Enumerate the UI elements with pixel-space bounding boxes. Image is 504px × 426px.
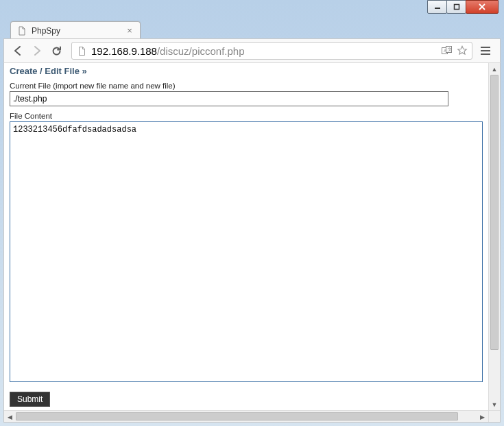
submit-button[interactable]: Submit <box>10 392 50 407</box>
maximize-button[interactable] <box>446 0 466 14</box>
scrollbar-corner <box>488 410 500 422</box>
scroll-up-arrow-icon[interactable]: ▲ <box>489 63 500 75</box>
page-icon <box>76 45 87 56</box>
current-file-label: Current File (import new file name and n… <box>10 82 483 90</box>
horizontal-scroll-track[interactable] <box>16 411 477 422</box>
tab-close-icon[interactable]: × <box>125 26 134 36</box>
file-content-label: File Content <box>10 112 483 120</box>
url-host: 192.168.9.188 <box>91 45 157 57</box>
menu-button[interactable] <box>475 41 496 60</box>
translate-icon[interactable]: A文 <box>442 46 453 56</box>
url-path: /discuz/picconf.php <box>157 45 245 57</box>
scroll-down-arrow-icon[interactable]: ▼ <box>489 399 500 410</box>
svg-text:文: 文 <box>448 47 452 51</box>
vertical-scroll-thumb[interactable] <box>490 75 499 350</box>
vertical-scroll-track[interactable] <box>489 75 500 399</box>
minimize-button[interactable] <box>427 0 447 14</box>
scroll-left-arrow-icon[interactable]: ◀ <box>4 411 16 423</box>
current-file-input[interactable] <box>10 91 448 106</box>
window-controls <box>428 0 499 14</box>
file-icon <box>16 25 27 36</box>
svg-rect-1 <box>454 5 459 10</box>
reload-button[interactable] <box>47 41 66 60</box>
bookmark-star-icon[interactable] <box>457 45 468 56</box>
address-bar[interactable]: 192.168.9.188/discuz/picconf.php A文 <box>71 42 472 60</box>
horizontal-scrollbar[interactable]: ◀ ▶ <box>4 410 488 422</box>
viewport: Create / Edit File » Current File (impor… <box>3 63 501 423</box>
tab-strip: PhpSpy × <box>0 19 504 39</box>
vertical-scrollbar[interactable]: ▲ ▼ <box>488 63 500 410</box>
page-content: Create / Edit File » Current File (impor… <box>4 63 488 410</box>
browser-tab[interactable]: PhpSpy × <box>10 21 141 39</box>
back-button[interactable] <box>8 41 27 60</box>
svg-text:A: A <box>444 49 446 53</box>
horizontal-scroll-thumb[interactable] <box>16 412 458 421</box>
page-heading: Create / Edit File » <box>10 66 483 76</box>
scroll-right-arrow-icon[interactable]: ▶ <box>477 411 488 423</box>
window-close-button[interactable] <box>466 0 499 14</box>
browser-toolbar: 192.168.9.188/discuz/picconf.php A文 <box>3 38 501 63</box>
forward-button[interactable] <box>27 41 47 60</box>
file-content-textarea[interactable] <box>10 121 483 382</box>
tab-title: PhpSpy <box>32 26 125 36</box>
